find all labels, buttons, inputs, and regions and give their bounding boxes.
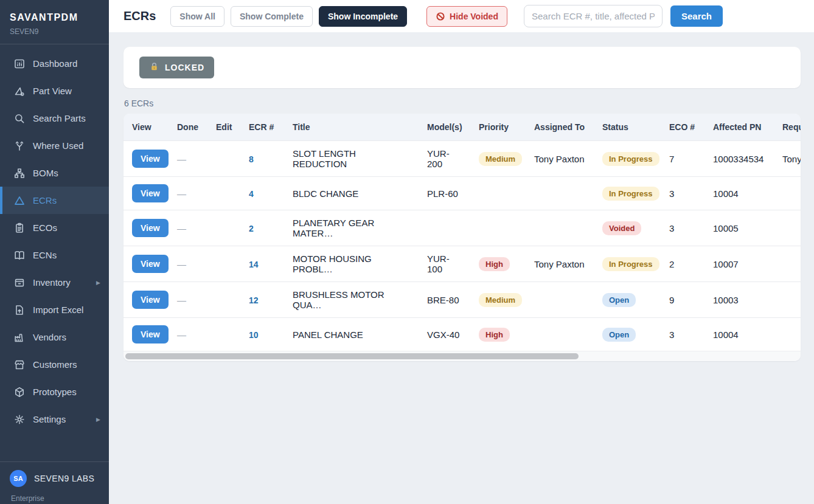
done-cell: — xyxy=(169,282,207,318)
ecr-number-cell: 2 xyxy=(240,210,284,246)
edit-cell xyxy=(207,246,240,282)
clipboard-icon xyxy=(13,222,26,234)
requested-by-cell: Tony Paxton xyxy=(774,141,801,177)
status-cell: Open xyxy=(594,318,661,351)
eco-number-cell: 3 xyxy=(661,318,704,351)
sidebar-item-label: ECOs xyxy=(33,223,57,233)
affected-pn-cell: 10004 xyxy=(704,177,774,210)
page-title: ECRs xyxy=(123,9,156,23)
app-org: SEVEN9 xyxy=(10,27,99,36)
ecr-number-link[interactable]: 8 xyxy=(249,154,254,164)
edit-cell xyxy=(207,282,240,318)
sidebar-item-customers[interactable]: Customers xyxy=(0,351,109,378)
chevron-right-icon: ▶ xyxy=(96,280,100,286)
sidebar-item-ecns[interactable]: ECNs xyxy=(0,241,109,269)
models-cell: YUR-200 xyxy=(419,141,470,177)
main-area: ECRs Show AllShow CompleteShow Incomplet… xyxy=(109,0,814,504)
done-cell: — xyxy=(169,210,207,246)
assigned-to-cell xyxy=(526,210,594,246)
done-cell: — xyxy=(169,177,207,210)
models-cell xyxy=(419,210,470,246)
show-complete-button[interactable]: Show Complete xyxy=(231,6,313,27)
filter-button-group: Show AllShow CompleteShow IncompleteHide… xyxy=(170,6,507,27)
sidebar-item-vendors[interactable]: Vendors xyxy=(0,323,109,351)
sidebar-item-inventory[interactable]: Inventory▶ xyxy=(0,269,109,296)
hide-voided-button[interactable]: Hide Voided xyxy=(426,6,507,27)
ecr-number-cell: 4 xyxy=(240,177,284,210)
column-header: Priority xyxy=(470,114,526,141)
view-button[interactable]: View xyxy=(132,325,169,343)
show-incomplete-button[interactable]: Show Incomplete xyxy=(319,6,407,27)
status-badge: In Progress xyxy=(602,187,659,201)
status-cell: In Progress xyxy=(594,141,661,177)
priority-cell: Medium xyxy=(470,282,526,318)
sidebar-item-part-view[interactable]: Part View xyxy=(0,77,109,105)
column-header: View xyxy=(123,114,169,141)
status-badge: Open xyxy=(602,293,636,307)
sidebar-item-label: ECRs xyxy=(33,195,57,205)
view-cell: View xyxy=(123,246,169,282)
inventory-box-icon xyxy=(13,277,26,289)
title-cell: PLANETARY GEAR MATER… xyxy=(284,210,419,246)
column-header: Requested By xyxy=(774,114,801,141)
gear-icon xyxy=(13,413,26,426)
table-horizontal-scrollbar[interactable] xyxy=(123,351,801,361)
status-cell: Open xyxy=(594,282,661,318)
view-button[interactable]: View xyxy=(132,255,169,273)
chevron-right-icon: ▶ xyxy=(96,416,100,423)
account-chip[interactable]: SA SEVEN9 LABS xyxy=(10,470,99,487)
view-button[interactable]: View xyxy=(132,219,169,237)
sidebar-item-label: Where Used xyxy=(33,140,83,151)
storefront-icon xyxy=(13,359,26,371)
ecr-table: ViewDoneEditECR #TitleModel(s)PriorityAs… xyxy=(123,114,801,351)
edit-cell xyxy=(207,210,240,246)
view-button[interactable]: View xyxy=(132,291,169,309)
sidebar-item-where-used[interactable]: Where Used xyxy=(0,132,109,159)
show-all-button[interactable]: Show All xyxy=(170,6,224,27)
sidebar-item-label: ECNs xyxy=(33,250,57,260)
sidebar-item-ecos[interactable]: ECOs xyxy=(0,214,109,241)
dashboard-icon xyxy=(13,58,26,70)
title-cell: MOTOR HOUSING PROBL… xyxy=(284,246,419,282)
ecr-number-link[interactable]: 2 xyxy=(249,224,254,233)
ecr-number-cell: 10 xyxy=(240,318,284,351)
ecr-number-link[interactable]: 14 xyxy=(249,260,259,269)
models-cell: YUR-100 xyxy=(419,246,470,282)
assigned-to-cell xyxy=(526,177,594,210)
priority-badge: Medium xyxy=(479,293,522,307)
scrollbar-thumb[interactable] xyxy=(125,353,579,359)
done-cell: — xyxy=(169,141,207,177)
table-row: View—10PANEL CHANGEVGX-40HighOpen310004 xyxy=(123,318,801,351)
search-button[interactable]: Search xyxy=(670,5,723,27)
sidebar-item-settings[interactable]: Settings▶ xyxy=(0,406,109,433)
column-header: Done xyxy=(169,114,207,141)
view-button[interactable]: View xyxy=(132,150,169,168)
column-header: Status xyxy=(594,114,661,141)
view-button[interactable]: View xyxy=(132,184,169,202)
sidebar-item-label: Part View xyxy=(33,86,72,96)
ecr-number-link[interactable]: 4 xyxy=(249,189,254,199)
ecr-number-link[interactable]: 12 xyxy=(249,295,259,305)
search-input[interactable] xyxy=(524,5,663,27)
triangle-icon xyxy=(13,195,26,207)
app-name: SAVANTPDM xyxy=(10,12,99,23)
sidebar-item-dashboard[interactable]: Dashboard xyxy=(0,50,109,77)
ecr-number-link[interactable]: 10 xyxy=(249,330,259,340)
priority-badge: Medium xyxy=(479,152,522,166)
sidebar-footer: SA SEVEN9 LABS Enterprise xyxy=(0,461,109,504)
done-cell: — xyxy=(169,318,207,351)
sidebar-item-boms[interactable]: BOMs xyxy=(0,159,109,187)
page-content: LOCKED 6 ECRs ViewDoneEditECR #TitleMode… xyxy=(109,32,814,504)
sidebar-nav: DashboardPart ViewSearch PartsWhere Used… xyxy=(0,44,109,461)
status-badge: In Progress xyxy=(602,152,659,166)
table-row: View—8SLOT LENGTH REDUCTIONYUR-200Medium… xyxy=(123,141,801,177)
column-header: Model(s) xyxy=(419,114,470,141)
sidebar-item-search-parts[interactable]: Search Parts xyxy=(0,105,109,132)
affected-pn-cell: 10005 xyxy=(704,210,774,246)
sidebar-item-import-excel[interactable]: Import Excel xyxy=(0,296,109,323)
sidebar-item-ecrs[interactable]: ECRs xyxy=(0,187,109,214)
sidebar-item-prototypes[interactable]: Prototypes xyxy=(0,378,109,406)
app-logo: SAVANTPDM SEVEN9 xyxy=(0,0,109,44)
top-toolbar: ECRs Show AllShow CompleteShow Incomplet… xyxy=(109,0,814,32)
requested-by-cell xyxy=(774,318,801,351)
